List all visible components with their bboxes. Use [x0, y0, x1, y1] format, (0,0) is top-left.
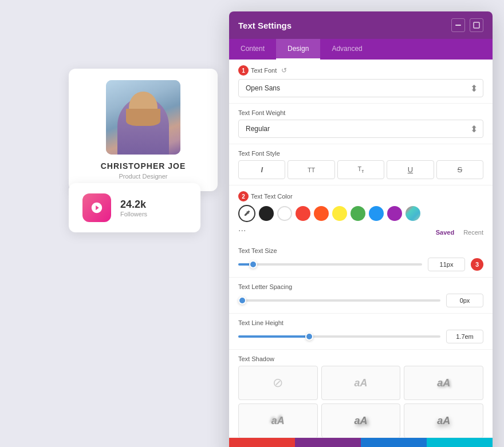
eyedropper-button[interactable] — [238, 205, 255, 222]
step-badge-2: 2 — [238, 191, 249, 201]
text-color-label: 2 Text Text Color — [238, 191, 483, 201]
shadow-option-1[interactable]: aA — [321, 366, 401, 400]
panel-header-icons — [451, 18, 483, 32]
text-letter-spacing-label: Text Letter Spacing — [238, 283, 483, 290]
letter-spacing-slider-wrapper — [238, 299, 440, 302]
shadow-text-2: aA — [437, 377, 450, 389]
text-font-label: 1 Text Font ↺ — [238, 65, 483, 76]
swatch-blue[interactable] — [369, 206, 384, 221]
text-font-weight-label: Text Font Weight — [238, 109, 483, 116]
text-line-height-section: Text Line Height — [229, 314, 493, 350]
tab-bar: Content Design Advanced — [229, 39, 493, 60]
stats-info: 24.2k Followers — [120, 199, 147, 217]
swatch-yellow[interactable] — [332, 206, 347, 221]
profile-image — [106, 80, 180, 155]
redo-button[interactable]: ↻ — [361, 438, 427, 447]
text-settings-panel: Text Settings Content Design Advanced — [229, 11, 493, 447]
saved-tab[interactable]: Saved — [436, 229, 454, 236]
titlecase-button[interactable]: Tт — [337, 160, 384, 179]
swatch-red[interactable] — [296, 206, 310, 221]
letter-spacing-thumb[interactable] — [238, 296, 246, 304]
line-height-fill — [238, 335, 309, 338]
color-row-bottom: ··· Saved Recent — [238, 226, 483, 236]
more-colors-button[interactable]: ··· — [238, 226, 246, 236]
shadow-option-3[interactable]: aA — [238, 404, 318, 437]
font-weight-select[interactable]: Regular Thin Light Medium Bold Extra Bol… — [238, 120, 483, 138]
confirm-button[interactable]: ✓ — [427, 438, 493, 447]
line-height-track[interactable] — [238, 335, 440, 338]
text-letter-spacing-section: Text Letter Spacing — [229, 278, 493, 314]
tab-advanced[interactable]: Advanced — [320, 39, 373, 60]
strikethrough-button[interactable]: S — [436, 160, 483, 179]
swatch-deep-orange[interactable] — [314, 206, 329, 221]
font-select[interactable]: Open Sans Arial Georgia Roboto — [238, 79, 483, 97]
shadow-option-2[interactable]: aA — [404, 366, 483, 400]
italic-button[interactable]: I — [238, 160, 285, 179]
text-size-slider-row: 3 — [238, 258, 483, 271]
followers-count: 24.2k — [120, 199, 147, 211]
panel-header: Text Settings — [229, 11, 493, 39]
panel-body: 1 Text Font ↺ Open Sans Arial Georgia Ro… — [229, 60, 493, 437]
text-font-reset[interactable]: ↺ — [281, 66, 287, 74]
line-height-slider-wrapper — [238, 335, 440, 338]
line-height-input[interactable] — [446, 330, 483, 343]
step-badge-3: 3 — [471, 258, 483, 271]
swatch-purple[interactable] — [387, 206, 402, 221]
font-style-buttons: I TT Tт U S — [238, 160, 483, 179]
text-color-title: Text Text Color — [251, 193, 293, 200]
cancel-button[interactable]: ✕ — [229, 438, 295, 447]
shadow-text-1: aA — [354, 377, 367, 389]
letter-spacing-slider-row — [238, 294, 483, 307]
panel-expand-icon[interactable] — [470, 18, 483, 32]
tab-content[interactable]: Content — [229, 39, 276, 60]
shadow-option-5[interactable]: aA — [404, 404, 483, 437]
svg-rect-0 — [455, 25, 461, 26]
text-size-section: Text Text Size 3 — [229, 242, 493, 278]
panel-minimize-icon[interactable] — [451, 18, 465, 32]
shadow-grid: ⊘ aA aA aA aA aA — [238, 366, 483, 437]
swatch-green[interactable] — [351, 206, 365, 221]
text-size-thumb[interactable] — [249, 260, 257, 268]
letter-spacing-input[interactable] — [446, 294, 483, 307]
font-select-wrapper: Open Sans Arial Georgia Roboto ⬍ — [238, 79, 483, 97]
text-size-slider-wrapper — [238, 263, 422, 266]
text-size-input[interactable] — [428, 258, 465, 271]
text-size-track[interactable] — [238, 263, 422, 266]
profile-title: Product Designer — [119, 173, 168, 180]
text-line-height-label: Text Line Height — [238, 319, 483, 326]
action-bar: ✕ ↺ ↻ ✓ — [229, 437, 493, 447]
tab-design[interactable]: Design — [276, 39, 320, 60]
shadow-option-4[interactable]: aA — [321, 404, 401, 437]
stats-card: 24.2k Followers — [69, 183, 200, 232]
profile-card: CHRISTOPHER JOE Product Designer — [69, 69, 218, 191]
swatch-gradient[interactable] — [405, 206, 420, 221]
stats-icon — [82, 193, 111, 222]
text-shadow-section: Text Shadow ⊘ aA aA aA aA aA — [229, 350, 493, 437]
text-font-weight-section: Text Font Weight Regular Thin Light Medi… — [229, 104, 493, 144]
underline-button[interactable]: U — [387, 160, 434, 179]
text-shadow-label: Text Shadow — [238, 355, 483, 362]
shadow-text-3: aA — [271, 415, 285, 427]
font-weight-select-wrapper: Regular Thin Light Medium Bold Extra Bol… — [238, 120, 483, 138]
text-size-label: Text Text Size — [238, 247, 483, 254]
shadow-none[interactable]: ⊘ — [238, 366, 318, 400]
step-badge-1: 1 — [238, 65, 249, 76]
uppercase-button[interactable]: TT — [288, 160, 334, 179]
recent-tab[interactable]: Recent — [463, 229, 483, 236]
panel-title: Text Settings — [238, 21, 292, 30]
color-tabs: Saved Recent — [436, 229, 483, 236]
shadow-text-5: aA — [437, 415, 450, 427]
line-height-thumb[interactable] — [305, 333, 313, 341]
letter-spacing-track[interactable] — [238, 299, 440, 302]
shadow-text-4: aA — [354, 415, 367, 427]
swatch-white[interactable] — [277, 206, 292, 221]
text-font-style-label: Text Font Style — [238, 150, 483, 157]
line-height-slider-row — [238, 330, 483, 343]
text-color-section: 2 Text Text Color — [229, 185, 493, 242]
swatch-black[interactable] — [259, 206, 274, 221]
svg-rect-1 — [474, 22, 479, 28]
text-font-section: 1 Text Font ↺ Open Sans Arial Georgia Ro… — [229, 60, 493, 104]
undo-button[interactable]: ↺ — [295, 438, 361, 447]
no-shadow-icon: ⊘ — [273, 375, 283, 390]
color-swatch-row — [238, 205, 483, 222]
